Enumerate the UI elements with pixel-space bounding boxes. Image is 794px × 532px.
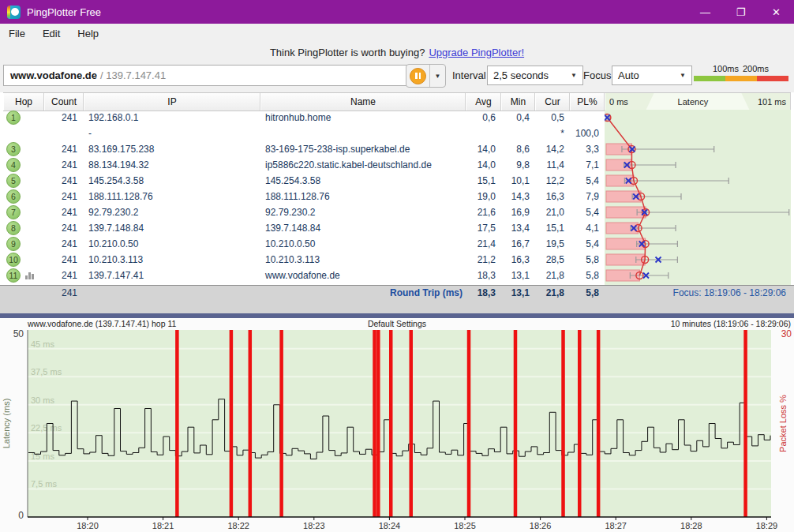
column-header-ip[interactable]: IP <box>84 93 260 111</box>
column-header-pl[interactable]: PL% <box>570 93 605 111</box>
hop-number-badge: 1 <box>6 111 21 125</box>
menu-item-help[interactable]: Help <box>69 25 107 42</box>
pingplotter-window: { "colors":{"titlebar":"#8d1a9b","legend… <box>0 0 794 532</box>
table-row[interactable]: 724192.79.230.292.79.230.221,616,921,05,… <box>3 204 791 220</box>
count-cell: 241 <box>44 175 84 186</box>
column-header-min[interactable]: Min <box>501 93 535 111</box>
avg-cell: 14,0 <box>466 159 501 170</box>
gap-band <box>0 299 794 313</box>
table-row[interactable]: -*100,0 <box>3 126 791 141</box>
close-button[interactable]: ✕ <box>758 0 794 24</box>
maximize-button[interactable]: ❐ <box>723 0 758 24</box>
table-row[interactable]: 424188.134.194.32ip5886c220.static.kabel… <box>3 157 791 173</box>
hop-cell: 11 <box>3 268 44 283</box>
table-row[interactable]: 1024110.210.3.11310.210.3.11321,216,328,… <box>3 252 791 268</box>
pl-cell: 3,3 <box>570 144 605 155</box>
timeline-graph[interactable]: 7,5 ms15 ms22,5 ms30 ms37,5 ms45 ms50030… <box>0 328 794 532</box>
menu-item-file[interactable]: File <box>0 25 34 42</box>
upgrade-link[interactable]: Upgrade PingPlotter! <box>429 47 524 58</box>
min-cell: 10,1 <box>501 175 535 186</box>
summary-pl: 5,8 <box>570 287 605 298</box>
min-cell: 16,7 <box>501 238 535 249</box>
column-header-latency[interactable]: 0 msLatency101 ms <box>605 93 791 111</box>
hop-cell: 3 <box>3 142 44 156</box>
svg-text:37,5 ms: 37,5 ms <box>31 367 62 377</box>
hop-cell: 10 <box>3 253 44 267</box>
hop-number-badge: 6 <box>6 189 21 204</box>
target-host: www.vodafone.de <box>10 69 97 81</box>
ip-cell: 139.7.148.84 <box>84 223 260 234</box>
summary-row: 241 Round Trip (ms) 18,3 13,1 21,8 5,8 F… <box>0 285 794 300</box>
avg-cell: 15,1 <box>466 175 501 186</box>
column-header-hop[interactable]: Hop <box>3 93 44 111</box>
window-title: PingPlotter Free <box>27 6 101 18</box>
minimize-button[interactable]: — <box>687 0 723 24</box>
avg-cell: 19,0 <box>466 191 501 202</box>
pause-dropdown-button[interactable]: ▼ <box>430 65 445 87</box>
svg-text:18:26: 18:26 <box>530 521 552 530</box>
cur-cell: 11,4 <box>535 159 570 170</box>
count-cell: 241 <box>44 238 84 249</box>
table-row[interactable]: 1241192.168.0.1hitronhub.home0,60,40,5 <box>3 110 791 126</box>
focus-range: Focus: 18:19:06 - 18:29:06 <box>605 287 791 298</box>
name-cell: 145.254.3.58 <box>260 175 466 186</box>
name-cell: 139.7.148.84 <box>260 223 466 234</box>
table-row[interactable]: 924110.210.0.5010.210.0.5021,416,719,55,… <box>3 236 791 252</box>
hop-number-badge: 5 <box>6 174 21 188</box>
cur-cell: * <box>535 128 570 139</box>
column-header-avg[interactable]: Avg <box>466 93 501 111</box>
column-header-count[interactable]: Count <box>44 93 84 111</box>
count-cell: 241 <box>44 207 84 218</box>
svg-text:7,5 ms: 7,5 ms <box>31 479 58 489</box>
bar <box>28 272 31 279</box>
svg-text:45 ms: 45 ms <box>31 339 54 349</box>
target-input[interactable]: www.vodafone.de / 139.7.147.41 <box>3 65 407 86</box>
hop-cell: 5 <box>3 174 44 188</box>
cur-cell: 15,1 <box>535 223 570 234</box>
name-cell: 10.210.3.113 <box>260 254 466 265</box>
table-row[interactable]: 5241145.254.3.58145.254.3.5815,110,112,2… <box>3 173 791 189</box>
table-header: HopCountIPNameAvgMinCurPL%0 msLatency101… <box>3 92 791 111</box>
avg-cell: 21,2 <box>466 254 501 265</box>
pl-cell: 4,1 <box>570 223 605 234</box>
table-row[interactable]: 6241188.111.128.76188.111.128.7619,014,3… <box>3 189 791 204</box>
legend-segment <box>757 76 788 81</box>
legend-label: 200ms <box>743 64 769 73</box>
latency-scale-left: 0 ms <box>609 97 628 107</box>
menu-item-edit[interactable]: Edit <box>34 25 69 42</box>
interval-select[interactable]: 2,5 seconds ▼ <box>487 66 583 85</box>
table-row[interactable]: 8241139.7.148.84139.7.148.8417,513,415,1… <box>3 220 791 236</box>
svg-text:18:27: 18:27 <box>605 521 627 530</box>
focus-select[interactable]: Auto ▼ <box>612 66 692 85</box>
interval-label: Interval <box>452 69 486 81</box>
cur-cell: 28,5 <box>535 254 570 265</box>
column-header-name[interactable]: Name <box>260 93 466 111</box>
min-cell: 0,4 <box>501 112 535 123</box>
banner-text: Think PingPlotter is worth buying? <box>270 47 425 58</box>
svg-text:30 ms: 30 ms <box>31 395 54 405</box>
cur-cell: 21,8 <box>535 270 570 281</box>
hop-cell: 1 <box>3 111 44 125</box>
table-row[interactable]: 11241139.7.147.41www.vodafone.de18,313,1… <box>3 268 791 283</box>
svg-text:18:23: 18:23 <box>303 521 325 530</box>
focus-value: Auto <box>618 69 639 81</box>
bar <box>25 275 28 279</box>
pause-button[interactable] <box>406 65 430 87</box>
app-icon <box>7 6 21 19</box>
legend-label: 100ms <box>713 64 739 73</box>
cur-cell: 12,2 <box>535 175 570 186</box>
summary-label: Round Trip (ms) <box>260 287 466 298</box>
avg-cell: 21,6 <box>466 207 501 218</box>
cur-cell: 21,0 <box>535 207 570 218</box>
name-cell: ip5886c220.static.kabel-deutschland.de <box>260 159 466 170</box>
avg-cell: 18,3 <box>466 270 501 281</box>
hop-cell: 4 <box>3 158 44 172</box>
count-cell: 241 <box>44 254 84 265</box>
focus-label: Focus <box>583 69 611 81</box>
min-cell: 8,6 <box>501 144 535 155</box>
min-cell: 13,1 <box>501 270 535 281</box>
legend-segment <box>725 76 757 81</box>
table-row[interactable]: 324183.169.175.23883-169-175-238-isp.sup… <box>3 141 791 157</box>
column-header-cur[interactable]: Cur <box>535 93 570 111</box>
timeline-pane: www.vodafone.de (139.7.147.41) hop 11 De… <box>0 318 794 532</box>
